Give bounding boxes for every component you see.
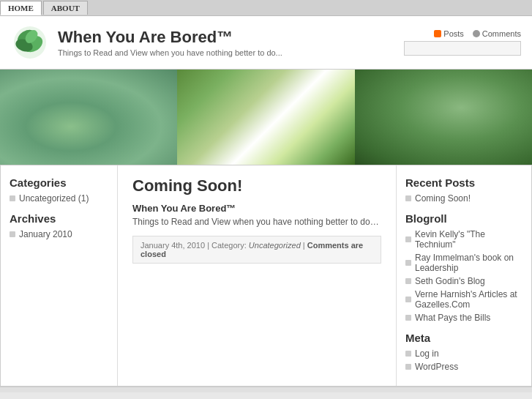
categories-title: Categories xyxy=(10,176,108,189)
category-label: Uncategorized (1) xyxy=(19,193,89,204)
rss-comments-label: Comments xyxy=(482,29,521,38)
rss-posts-icon xyxy=(434,30,441,37)
meta-label-0: Log in xyxy=(415,348,439,359)
banner-segment-1 xyxy=(0,70,177,165)
archives-title: Archives xyxy=(10,212,108,225)
rss-links: Posts Comments xyxy=(434,29,521,38)
nav-tab-home[interactable]: HOME xyxy=(0,1,42,15)
blogroll-item-0[interactable]: Kevin Kelly's "The Technium" xyxy=(405,229,522,250)
post-date: January 4th, 2010 xyxy=(141,241,205,250)
recent-post-label: Coming Soon! xyxy=(415,193,471,204)
recent-posts-title: Recent Posts xyxy=(405,176,522,189)
category-uncategorized[interactable]: Uncategorized (1) xyxy=(10,193,108,204)
footer-bar xyxy=(0,387,532,392)
header: When You Are Bored™ Things to Read and V… xyxy=(0,16,532,70)
blogroll-label-0: Kevin Kelly's "The Technium" xyxy=(415,229,522,250)
blogroll-bullet-4 xyxy=(405,315,411,321)
banner-segment-2 xyxy=(177,70,354,165)
post-title: Coming Soon! xyxy=(132,176,381,195)
blogroll-label-2: Seth Godin's Blog xyxy=(415,276,485,286)
blogroll-label-3: Verne Harnish's Articles at Gazelles.Com xyxy=(415,289,522,310)
main-content-area: Categories Uncategorized (1) Archives Ja… xyxy=(0,165,532,387)
banner-segment-3 xyxy=(355,70,532,165)
category-bullet xyxy=(10,195,15,201)
meta-bullet-0 xyxy=(405,351,411,357)
blogroll-item-1[interactable]: Ray Immelman's book on Leadership xyxy=(405,253,522,273)
meta-title: Meta xyxy=(405,332,522,344)
site-title-block: When You Are Bored™ Things to Read and V… xyxy=(58,28,282,57)
meta-label-1: WordPress xyxy=(415,362,458,372)
blogroll-item-4[interactable]: What Pays the Bills xyxy=(405,313,522,323)
right-sidebar: Recent Posts Coming Soon! Blogroll Kevin… xyxy=(396,165,531,386)
recent-post-bullet xyxy=(405,195,411,201)
header-right: Posts Comments xyxy=(404,29,521,56)
meta-item-login[interactable]: Log in xyxy=(405,348,522,359)
post-category-link[interactable]: Uncategorized xyxy=(249,241,301,250)
post-meta: January 4th, 2010 | Category: Uncategori… xyxy=(132,236,381,264)
rss-comments-icon xyxy=(473,30,480,37)
post-body: Things to Read and View when you have no… xyxy=(132,217,381,227)
post-category-label: Category: xyxy=(211,241,247,250)
site-tagline: Things to Read and View when you have no… xyxy=(58,48,282,57)
blogroll-label-4: What Pays the Bills xyxy=(415,313,490,323)
blogroll-label-1: Ray Immelman's book on Leadership xyxy=(415,253,522,273)
search-input[interactable] xyxy=(404,41,521,56)
meta-bullet-1 xyxy=(405,364,411,370)
left-sidebar: Categories Uncategorized (1) Archives Ja… xyxy=(1,165,118,386)
blogroll-bullet-1 xyxy=(405,260,411,266)
blogroll-item-2[interactable]: Seth Godin's Blog xyxy=(405,276,522,286)
rss-posts-label: Posts xyxy=(443,29,464,38)
archive-jan-2010[interactable]: January 2010 xyxy=(10,229,108,239)
blogroll-title: Blogroll xyxy=(405,212,522,225)
blogroll-bullet-3 xyxy=(405,297,411,302)
archive-bullet xyxy=(10,231,15,237)
header-left: When You Are Bored™ Things to Read and V… xyxy=(11,23,282,61)
blogroll-item-3[interactable]: Verne Harnish's Articles at Gazelles.Com xyxy=(405,289,522,310)
rss-comments[interactable]: Comments xyxy=(473,29,521,38)
navbar: HOME ABOUT xyxy=(0,0,532,16)
recent-post-coming-soon[interactable]: Coming Soon! xyxy=(405,193,522,204)
blogroll-bullet-2 xyxy=(405,278,411,284)
post-subtitle: When You Are Bored™ xyxy=(132,203,381,214)
site-logo xyxy=(11,23,49,61)
nav-tab-about[interactable]: ABOUT xyxy=(43,1,88,15)
banner xyxy=(0,70,532,165)
archive-label: January 2010 xyxy=(19,229,72,239)
content-area: Coming Soon! When You Are Bored™ Things … xyxy=(118,165,396,386)
site-title: When You Are Bored™ xyxy=(58,28,282,47)
blogroll-bullet-0 xyxy=(405,236,411,242)
rss-posts[interactable]: Posts xyxy=(434,29,464,38)
meta-item-wordpress[interactable]: WordPress xyxy=(405,362,522,372)
